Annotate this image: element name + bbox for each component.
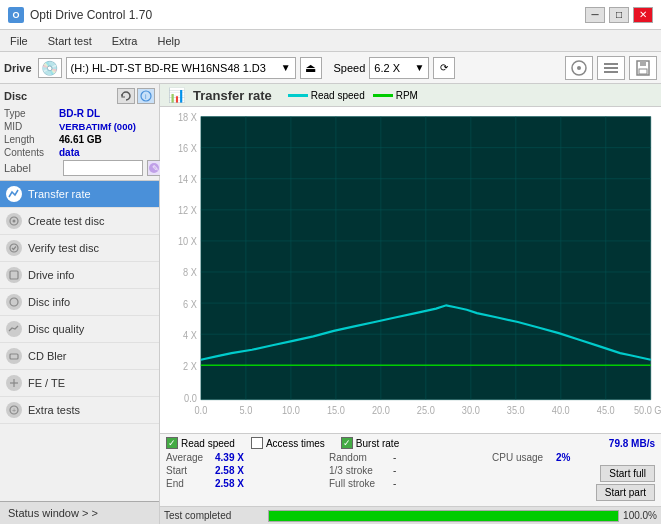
svg-text:✎: ✎ (152, 164, 159, 173)
menu-help[interactable]: Help (151, 33, 186, 49)
menubar: File Start test Extra Help (0, 30, 661, 52)
svg-text:30.0: 30.0 (462, 405, 480, 416)
average-row: Average 4.39 X (166, 452, 329, 463)
legend-read-color (288, 94, 308, 97)
stroke1-key: 1/3 stroke (329, 465, 389, 476)
nav-item-disc-quality[interactable]: Disc quality (0, 316, 159, 343)
speed-apply-button[interactable]: ⟳ (433, 57, 455, 79)
close-button[interactable]: ✕ (633, 7, 653, 23)
stroke2-key: Full stroke (329, 478, 389, 489)
start-value: 2.58 X (215, 465, 250, 476)
nav-item-extra-tests[interactable]: + Extra tests (0, 397, 159, 424)
menu-start-test[interactable]: Start test (42, 33, 98, 49)
nav-item-verify-test-disc[interactable]: Verify test disc (0, 235, 159, 262)
svg-text:40.0: 40.0 (552, 405, 570, 416)
drive-label: Drive (4, 62, 32, 74)
svg-point-1 (577, 66, 581, 70)
read-speed-checkbox-box: ✓ (166, 437, 178, 449)
disc-button[interactable] (565, 56, 593, 80)
minimize-button[interactable]: ─ (585, 7, 605, 23)
svg-text:16 X: 16 X (178, 143, 197, 154)
svg-text:4 X: 4 X (183, 329, 197, 340)
maximize-button[interactable]: □ (609, 7, 629, 23)
nav-item-disc-info[interactable]: Disc info (0, 289, 159, 316)
contents-key: Contents (4, 147, 59, 158)
contents-value: data (59, 147, 80, 158)
disc-contents-row: Contents data (4, 147, 155, 158)
svg-text:0.0: 0.0 (195, 405, 208, 416)
checkbox-burst-rate[interactable]: ✓ Burst rate (341, 437, 399, 449)
disc-quality-icon (6, 321, 22, 337)
average-key: Average (166, 452, 211, 463)
svg-text:+: + (12, 407, 16, 414)
nav-label-drive-info: Drive info (28, 269, 74, 281)
disc-type-row: Type BD-R DL (4, 108, 155, 119)
speed-value: 6.2 X (374, 62, 414, 74)
access-times-checkbox-box (251, 437, 263, 449)
settings-button[interactable] (597, 56, 625, 80)
speed-selector[interactable]: 6.2 X ▼ (369, 57, 429, 79)
svg-text:50.0 GB: 50.0 GB (634, 405, 661, 416)
start-full-button[interactable]: Start full (600, 465, 655, 482)
stroke2-value: - (393, 478, 396, 489)
stats-col-2: Random - 1/3 stroke - Full stroke - (329, 452, 492, 503)
nav-label-disc-info: Disc info (28, 296, 70, 308)
nav-item-fe-te[interactable]: FE / TE (0, 370, 159, 397)
start-full-row: Start full (492, 465, 655, 482)
start-part-button[interactable]: Start part (596, 484, 655, 501)
menu-extra[interactable]: Extra (106, 33, 144, 49)
transfer-rate-icon (6, 186, 22, 202)
menu-file[interactable]: File (4, 33, 34, 49)
titlebar-left: O Opti Drive Control 1.70 (8, 7, 152, 23)
svg-text:25.0: 25.0 (417, 405, 435, 416)
stroke1-value: - (393, 465, 396, 476)
nav-item-cd-bler[interactable]: CD Bler (0, 343, 159, 370)
drive-selector[interactable]: (H:) HL-DT-ST BD-RE WH16NS48 1.D3 ▼ (66, 57, 296, 79)
svg-text:20.0: 20.0 (372, 405, 390, 416)
disc-label: Disc (4, 90, 27, 102)
cpu-key: CPU usage (492, 452, 552, 463)
save-button[interactable] (629, 56, 657, 80)
checkbox-access-times[interactable]: Access times (251, 437, 325, 449)
random-row: Random - (329, 452, 492, 463)
average-value: 4.39 X (215, 452, 250, 463)
progress-status: Test completed (164, 510, 264, 521)
status-window-button[interactable]: Status window > > (0, 501, 159, 524)
label-row: Label ✎ (4, 160, 155, 176)
stroke1-row: 1/3 stroke - (329, 465, 492, 476)
label-key: Label (4, 162, 59, 174)
eject-button[interactable]: ⏏ (300, 57, 322, 79)
disc-icons: i (117, 88, 155, 104)
chart-svg: 18 X 16 X 14 X 12 X 10 X 8 X 6 X 4 X 2 X… (160, 111, 661, 433)
legend-rpm-label: RPM (396, 90, 418, 101)
legend-read-speed: Read speed (288, 90, 365, 101)
disc-refresh-button[interactable] (117, 88, 135, 104)
burst-rate-value: 79.8 MB/s (609, 438, 655, 449)
svg-text:18 X: 18 X (178, 112, 197, 123)
mid-value: VERBATIMf (000) (59, 121, 136, 132)
stats-checkboxes: ✓ Read speed Access times ✓ Burst rate 7… (166, 437, 655, 449)
disc-info-button[interactable]: i (137, 88, 155, 104)
stats-rows: Average 4.39 X Start 2.58 X End 2.58 X (166, 452, 655, 503)
disc-info-icon (6, 294, 22, 310)
svg-text:6 X: 6 X (183, 298, 197, 309)
nav-label-cd-bler: CD Bler (28, 350, 67, 362)
chart-area: 📊 Transfer rate Read speed RPM (160, 84, 661, 524)
chart-header: 📊 Transfer rate Read speed RPM (160, 84, 661, 107)
label-icon: ✎ (147, 160, 161, 176)
nav-item-drive-info[interactable]: Drive info (0, 262, 159, 289)
create-test-disc-icon (6, 213, 22, 229)
stroke2-row: Full stroke - (329, 478, 492, 489)
nav-label-fe-te: FE / TE (28, 377, 65, 389)
checkbox-read-speed[interactable]: ✓ Read speed (166, 437, 235, 449)
speed-label: Speed (334, 62, 366, 74)
cpu-value: 2% (556, 452, 591, 463)
nav-item-create-test-disc[interactable]: Create test disc (0, 208, 159, 235)
nav-item-transfer-rate[interactable]: Transfer rate (0, 181, 159, 208)
progress-percent: 100.0% (623, 510, 657, 521)
label-input[interactable] (63, 160, 143, 176)
drive-toolbar: Drive 💿 (H:) HL-DT-ST BD-RE WH16NS48 1.D… (0, 52, 661, 84)
drive-icon: 💿 (38, 58, 62, 78)
svg-text:8 X: 8 X (183, 267, 197, 278)
random-value: - (393, 452, 396, 463)
